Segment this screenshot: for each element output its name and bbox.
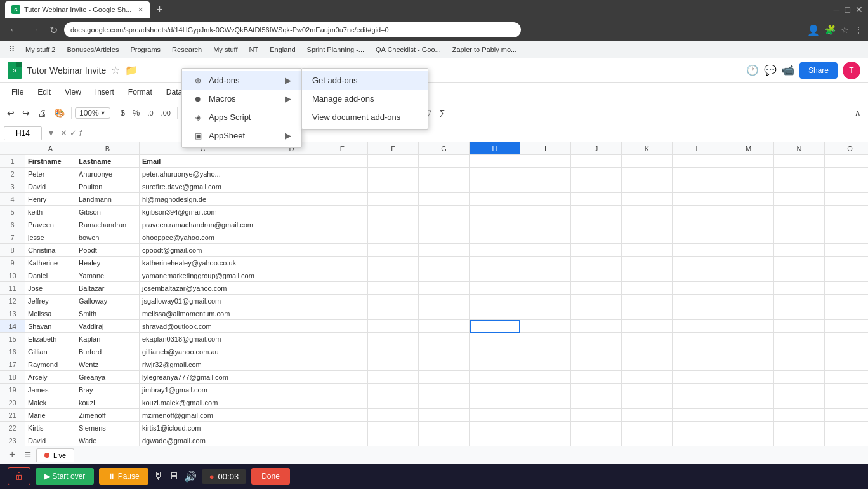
grid-cell[interactable] <box>368 434 419 446</box>
grid-cell[interactable] <box>774 307 825 320</box>
row-num[interactable]: 1 <box>0 155 25 168</box>
grid-cell[interactable] <box>673 218 723 231</box>
col-header-e[interactable]: E <box>317 142 368 154</box>
grid-cell[interactable]: Jeffrey <box>25 295 76 307</box>
grid-cell[interactable] <box>317 396 368 409</box>
grid-cell[interactable] <box>774 193 825 206</box>
grid-cell[interactable] <box>723 358 774 371</box>
grid-cell[interactable] <box>520 333 571 345</box>
grid-cell[interactable] <box>774 422 825 434</box>
grid-cell[interactable] <box>673 193 723 206</box>
grid-cell[interactable] <box>266 422 317 434</box>
grid-cell[interactable] <box>774 168 825 180</box>
grid-cell[interactable] <box>368 218 419 231</box>
grid-cell[interactable]: jesse <box>25 231 76 244</box>
grid-cell[interactable] <box>470 180 520 193</box>
grid-cell[interactable] <box>825 269 868 282</box>
grid-cell[interactable] <box>419 422 470 434</box>
row-num[interactable]: 23 <box>0 434 25 446</box>
macros-menu-item[interactable]: ⏺ Macros ▶ <box>182 90 301 108</box>
grid-cell[interactable] <box>622 422 673 434</box>
grid-cell[interactable] <box>419 206 470 218</box>
grid-cell[interactable] <box>571 307 622 320</box>
grid-cell[interactable] <box>571 434 622 446</box>
grid-cell[interactable] <box>266 409 317 422</box>
grid-cell[interactable]: James <box>25 384 76 396</box>
grid-cell[interactable] <box>571 231 622 244</box>
grid-cell[interactable] <box>723 320 774 333</box>
grid-cell[interactable] <box>571 257 622 269</box>
grid-cell[interactable] <box>571 333 622 345</box>
grid-cell[interactable] <box>622 320 673 333</box>
col-header-k[interactable]: K <box>622 142 673 154</box>
grid-cell[interactable] <box>520 345 571 358</box>
grid-cell[interactable]: Raymond <box>25 358 76 371</box>
grid-cell[interactable]: Melissa <box>25 307 76 320</box>
grid-cell[interactable] <box>419 244 470 257</box>
grid-cell[interactable] <box>774 180 825 193</box>
grid-cell[interactable] <box>520 218 571 231</box>
grid-cell[interactable] <box>571 422 622 434</box>
grid-cell[interactable] <box>622 295 673 307</box>
grid-cell[interactable] <box>622 345 673 358</box>
grid-cell[interactable] <box>266 180 317 193</box>
paint-format-button[interactable]: 🎨 <box>51 105 68 121</box>
grid-cell[interactable] <box>673 269 723 282</box>
grid-cell[interactable] <box>368 422 419 434</box>
grid-cell[interactable] <box>723 333 774 345</box>
grid-cell[interactable] <box>723 206 774 218</box>
grid-cell[interactable] <box>622 257 673 269</box>
grid-cell[interactable] <box>520 307 571 320</box>
done-button[interactable]: Done <box>251 468 290 485</box>
grid-cell[interactable] <box>673 358 723 371</box>
grid-cell[interactable] <box>723 218 774 231</box>
grid-cell[interactable] <box>673 409 723 422</box>
row-num[interactable]: 13 <box>0 307 25 320</box>
grid-cell[interactable] <box>723 396 774 409</box>
grid-cell[interactable] <box>673 155 723 168</box>
grid-cell[interactable] <box>266 434 317 446</box>
grid-cell[interactable] <box>723 282 774 295</box>
grid-cell[interactable]: Peter <box>25 168 76 180</box>
volume-icon[interactable]: 🔊 <box>184 471 197 483</box>
grid-cell[interactable] <box>419 396 470 409</box>
grid-cell[interactable] <box>825 422 868 434</box>
bookmark-nt[interactable]: NT <box>244 44 264 55</box>
row-num[interactable]: 16 <box>0 345 25 358</box>
grid-cell[interactable]: jsgalloway01@gmail.com <box>140 295 266 307</box>
maximize-icon[interactable]: □ <box>845 4 850 15</box>
grid-cell[interactable] <box>419 168 470 180</box>
grid-cell[interactable] <box>723 244 774 257</box>
grid-cell[interactable]: lylegreanya777@gmail.com <box>140 371 266 384</box>
grid-cell[interactable] <box>419 231 470 244</box>
grid-cell[interactable] <box>723 384 774 396</box>
grid-cell[interactable] <box>673 244 723 257</box>
grid-cell[interactable] <box>317 371 368 384</box>
row-num[interactable]: 22 <box>0 422 25 434</box>
grid-cell[interactable] <box>825 333 868 345</box>
grid-cell[interactable] <box>673 168 723 180</box>
collapse-toolbar-button[interactable]: ∧ <box>852 105 864 120</box>
browser-tab[interactable]: S Tutor Webinar Invite - Google Sh... ✕ <box>5 1 150 18</box>
grid-cell[interactable] <box>825 358 868 371</box>
grid-cell[interactable] <box>520 155 571 168</box>
grid-cell[interactable]: Healey <box>76 257 140 269</box>
bookmark-mystuff2[interactable]: My stuff 2 <box>20 44 60 55</box>
grid-cell[interactable] <box>419 269 470 282</box>
grid-cell[interactable]: praveen.ramachandran@gmail.com <box>140 218 266 231</box>
delete-button[interactable]: 🗑 <box>8 467 30 485</box>
grid-cell[interactable]: Poulton <box>76 180 140 193</box>
grid-cell[interactable] <box>266 193 317 206</box>
forward-button[interactable]: → <box>25 23 43 37</box>
grid-cell[interactable] <box>622 218 673 231</box>
expand-formula-icon[interactable]: ▼ <box>44 128 58 138</box>
grid-cell[interactable] <box>825 396 868 409</box>
grid-cell[interactable] <box>520 396 571 409</box>
grid-cell[interactable] <box>723 345 774 358</box>
microphone-icon[interactable]: 🎙 <box>154 471 164 482</box>
decrease-decimal-button[interactable]: .0 <box>144 107 156 119</box>
grid-cell[interactable] <box>723 371 774 384</box>
grid-cell[interactable] <box>368 396 419 409</box>
grid-cell[interactable] <box>368 295 419 307</box>
tab-close-icon[interactable]: ✕ <box>138 6 143 14</box>
